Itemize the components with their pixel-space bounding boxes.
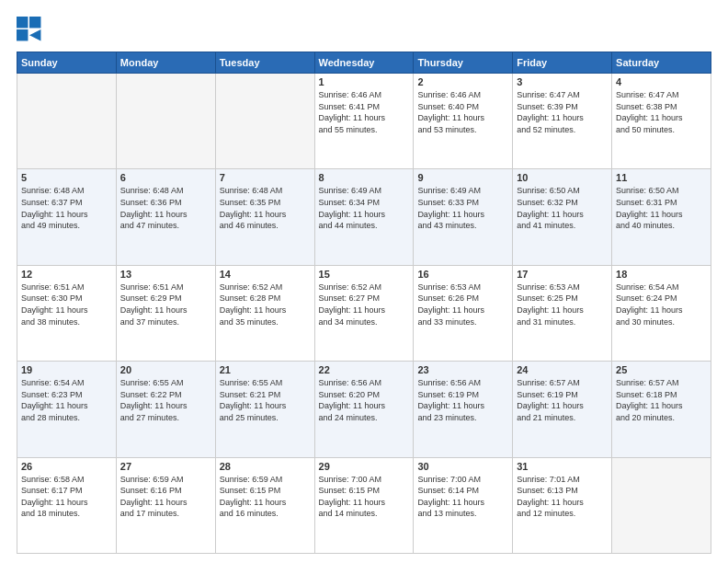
day-number: 1 xyxy=(319,76,410,87)
svg-marker-3 xyxy=(29,29,40,40)
day-info: Sunrise: 6:50 AM Sunset: 6:31 PM Dayligh… xyxy=(616,185,707,231)
day-info: Sunrise: 6:56 AM Sunset: 6:19 PM Dayligh… xyxy=(417,377,508,423)
day-number: 23 xyxy=(417,364,508,375)
day-cell-25: 25Sunrise: 6:57 AM Sunset: 6:18 PM Dayli… xyxy=(612,362,711,457)
day-info: Sunrise: 7:00 AM Sunset: 6:15 PM Dayligh… xyxy=(319,474,410,520)
day-cell-26: 26Sunrise: 6:58 AM Sunset: 6:17 PM Dayli… xyxy=(17,457,117,553)
day-number: 19 xyxy=(21,364,112,375)
day-info: Sunrise: 6:51 AM Sunset: 6:29 PM Dayligh… xyxy=(120,282,211,327)
empty-cell xyxy=(116,74,215,169)
day-cell-12: 12Sunrise: 6:51 AM Sunset: 6:30 PM Dayli… xyxy=(17,265,117,361)
day-cell-27: 27Sunrise: 6:59 AM Sunset: 6:16 PM Dayli… xyxy=(116,457,215,553)
day-cell-31: 31Sunrise: 7:01 AM Sunset: 6:13 PM Dayli… xyxy=(513,457,612,553)
page: SundayMondayTuesdayWednesdayThursdayFrid… xyxy=(0,0,728,563)
day-cell-28: 28Sunrise: 6:59 AM Sunset: 6:15 PM Dayli… xyxy=(215,457,314,553)
day-cell-5: 5Sunrise: 6:48 AM Sunset: 6:37 PM Daylig… xyxy=(17,169,117,265)
day-number: 9 xyxy=(417,172,508,183)
day-info: Sunrise: 7:00 AM Sunset: 6:14 PM Dayligh… xyxy=(417,474,508,520)
empty-cell xyxy=(215,74,314,169)
day-cell-17: 17Sunrise: 6:53 AM Sunset: 6:25 PM Dayli… xyxy=(513,265,612,361)
day-info: Sunrise: 6:54 AM Sunset: 6:24 PM Dayligh… xyxy=(616,282,707,327)
day-cell-8: 8Sunrise: 6:49 AM Sunset: 6:34 PM Daylig… xyxy=(314,169,414,265)
day-info: Sunrise: 6:46 AM Sunset: 6:41 PM Dayligh… xyxy=(319,89,410,135)
day-cell-3: 3Sunrise: 6:47 AM Sunset: 6:39 PM Daylig… xyxy=(513,74,612,169)
day-number: 8 xyxy=(319,172,410,183)
week-row-3: 12Sunrise: 6:51 AM Sunset: 6:30 PM Dayli… xyxy=(17,265,711,361)
empty-cell xyxy=(612,457,711,553)
day-number: 22 xyxy=(319,364,410,375)
day-cell-9: 9Sunrise: 6:49 AM Sunset: 6:33 PM Daylig… xyxy=(414,169,513,265)
day-number: 7 xyxy=(220,172,311,183)
day-cell-23: 23Sunrise: 6:56 AM Sunset: 6:19 PM Dayli… xyxy=(414,362,513,457)
day-cell-4: 4Sunrise: 6:47 AM Sunset: 6:38 PM Daylig… xyxy=(612,74,711,169)
day-number: 6 xyxy=(120,172,211,183)
day-info: Sunrise: 6:48 AM Sunset: 6:35 PM Dayligh… xyxy=(220,185,311,231)
day-number: 5 xyxy=(21,172,112,183)
day-info: Sunrise: 6:57 AM Sunset: 6:18 PM Dayligh… xyxy=(616,377,707,423)
day-info: Sunrise: 6:47 AM Sunset: 6:39 PM Dayligh… xyxy=(517,89,608,135)
weekday-header-tuesday: Tuesday xyxy=(215,52,314,74)
day-cell-11: 11Sunrise: 6:50 AM Sunset: 6:31 PM Dayli… xyxy=(612,169,711,265)
day-info: Sunrise: 6:46 AM Sunset: 6:40 PM Dayligh… xyxy=(417,89,508,135)
logo xyxy=(17,17,44,42)
day-number: 26 xyxy=(21,461,112,472)
week-row-1: 1Sunrise: 6:46 AM Sunset: 6:41 PM Daylig… xyxy=(17,74,711,169)
weekday-header-friday: Friday xyxy=(513,52,612,74)
day-info: Sunrise: 6:49 AM Sunset: 6:33 PM Dayligh… xyxy=(417,185,508,231)
day-cell-20: 20Sunrise: 6:55 AM Sunset: 6:22 PM Dayli… xyxy=(116,362,215,457)
day-info: Sunrise: 6:58 AM Sunset: 6:17 PM Dayligh… xyxy=(21,474,112,520)
day-info: Sunrise: 7:01 AM Sunset: 6:13 PM Dayligh… xyxy=(517,474,608,520)
day-cell-21: 21Sunrise: 6:55 AM Sunset: 6:21 PM Dayli… xyxy=(215,362,314,457)
day-cell-16: 16Sunrise: 6:53 AM Sunset: 6:26 PM Dayli… xyxy=(414,265,513,361)
day-info: Sunrise: 6:53 AM Sunset: 6:25 PM Dayligh… xyxy=(517,282,608,327)
day-info: Sunrise: 6:48 AM Sunset: 6:36 PM Dayligh… xyxy=(120,185,211,231)
day-number: 28 xyxy=(220,461,311,472)
day-info: Sunrise: 6:47 AM Sunset: 6:38 PM Dayligh… xyxy=(616,89,707,135)
day-cell-29: 29Sunrise: 7:00 AM Sunset: 6:15 PM Dayli… xyxy=(314,457,414,553)
logo-icon xyxy=(17,17,42,42)
day-number: 13 xyxy=(120,269,211,280)
day-number: 21 xyxy=(220,364,311,375)
day-cell-30: 30Sunrise: 7:00 AM Sunset: 6:14 PM Dayli… xyxy=(414,457,513,553)
day-number: 17 xyxy=(517,269,608,280)
day-number: 10 xyxy=(517,172,608,183)
day-cell-22: 22Sunrise: 6:56 AM Sunset: 6:20 PM Dayli… xyxy=(314,362,414,457)
header xyxy=(17,17,711,42)
day-info: Sunrise: 6:48 AM Sunset: 6:37 PM Dayligh… xyxy=(21,185,112,231)
day-info: Sunrise: 6:51 AM Sunset: 6:30 PM Dayligh… xyxy=(21,282,112,327)
day-info: Sunrise: 6:52 AM Sunset: 6:28 PM Dayligh… xyxy=(220,282,311,327)
day-number: 25 xyxy=(616,364,707,375)
week-row-5: 26Sunrise: 6:58 AM Sunset: 6:17 PM Dayli… xyxy=(17,457,711,553)
day-number: 16 xyxy=(417,269,508,280)
day-number: 30 xyxy=(417,461,508,472)
day-cell-6: 6Sunrise: 6:48 AM Sunset: 6:36 PM Daylig… xyxy=(116,169,215,265)
day-number: 4 xyxy=(616,76,707,87)
day-info: Sunrise: 6:59 AM Sunset: 6:16 PM Dayligh… xyxy=(120,474,211,520)
day-info: Sunrise: 6:50 AM Sunset: 6:32 PM Dayligh… xyxy=(517,185,608,231)
day-info: Sunrise: 6:54 AM Sunset: 6:23 PM Dayligh… xyxy=(21,377,112,423)
day-cell-13: 13Sunrise: 6:51 AM Sunset: 6:29 PM Dayli… xyxy=(116,265,215,361)
svg-rect-1 xyxy=(29,17,40,28)
day-number: 12 xyxy=(21,269,112,280)
day-info: Sunrise: 6:56 AM Sunset: 6:20 PM Dayligh… xyxy=(319,377,410,423)
day-info: Sunrise: 6:59 AM Sunset: 6:15 PM Dayligh… xyxy=(220,474,311,520)
day-info: Sunrise: 6:53 AM Sunset: 6:26 PM Dayligh… xyxy=(417,282,508,327)
empty-cell xyxy=(17,74,117,169)
day-info: Sunrise: 6:49 AM Sunset: 6:34 PM Dayligh… xyxy=(319,185,410,231)
day-cell-10: 10Sunrise: 6:50 AM Sunset: 6:32 PM Dayli… xyxy=(513,169,612,265)
day-number: 20 xyxy=(120,364,211,375)
svg-rect-0 xyxy=(17,17,28,28)
day-cell-15: 15Sunrise: 6:52 AM Sunset: 6:27 PM Dayli… xyxy=(314,265,414,361)
weekday-header-row: SundayMondayTuesdayWednesdayThursdayFrid… xyxy=(17,52,711,74)
day-number: 27 xyxy=(120,461,211,472)
weekday-header-monday: Monday xyxy=(116,52,215,74)
day-cell-24: 24Sunrise: 6:57 AM Sunset: 6:19 PM Dayli… xyxy=(513,362,612,457)
day-cell-7: 7Sunrise: 6:48 AM Sunset: 6:35 PM Daylig… xyxy=(215,169,314,265)
day-cell-2: 2Sunrise: 6:46 AM Sunset: 6:40 PM Daylig… xyxy=(414,74,513,169)
day-number: 29 xyxy=(319,461,410,472)
week-row-2: 5Sunrise: 6:48 AM Sunset: 6:37 PM Daylig… xyxy=(17,169,711,265)
day-info: Sunrise: 6:55 AM Sunset: 6:21 PM Dayligh… xyxy=(220,377,311,423)
day-number: 18 xyxy=(616,269,707,280)
weekday-header-wednesday: Wednesday xyxy=(314,52,414,74)
day-info: Sunrise: 6:52 AM Sunset: 6:27 PM Dayligh… xyxy=(319,282,410,327)
